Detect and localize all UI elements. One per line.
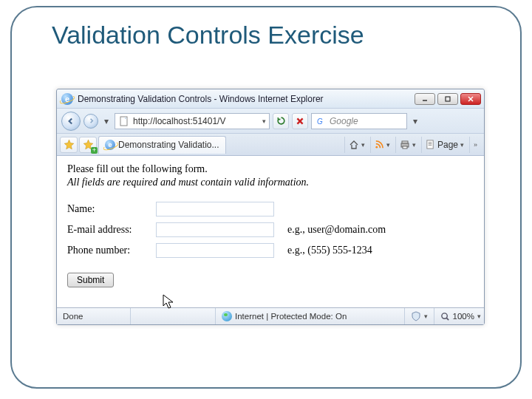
- svg-text:G: G: [317, 117, 323, 126]
- svg-rect-12: [403, 146, 407, 149]
- nav-history-dropdown[interactable]: ▾: [101, 114, 112, 129]
- page-menu-button[interactable]: Page ▾: [421, 137, 468, 153]
- navigation-bar: ▾ http://localhost:51401/V ▾ G Google ▾: [57, 109, 484, 134]
- stop-button[interactable]: [292, 113, 308, 129]
- tab-favicon: e: [105, 140, 115, 150]
- chevron-down-icon: ▾: [386, 141, 390, 149]
- tab-title: Demonstrating Validatio...: [118, 140, 219, 150]
- refresh-button[interactable]: [273, 113, 289, 129]
- minimize-button[interactable]: [415, 93, 435, 105]
- search-box[interactable]: G Google: [311, 113, 407, 129]
- url-text: http://localhost:51401/V: [133, 116, 259, 126]
- plus-icon: +: [91, 147, 98, 154]
- address-bar[interactable]: http://localhost:51401/V ▾: [115, 113, 270, 129]
- slide-title: Validation Controls Exercise: [52, 21, 364, 50]
- window-titlebar: e Demonstrating Validation Controls - Wi…: [57, 89, 484, 109]
- favorites-button[interactable]: [60, 137, 78, 153]
- svg-rect-13: [427, 140, 433, 149]
- close-button[interactable]: [460, 93, 481, 105]
- page-content: Please fill out the following form. All …: [57, 156, 484, 308]
- forward-button[interactable]: [83, 114, 98, 129]
- tab-bar: + e Demonstrating Validatio... ▾ ▾ ▾ Pa: [57, 134, 484, 156]
- chevron-down-icon: ▾: [477, 313, 481, 320]
- print-button[interactable]: ▾: [395, 137, 420, 153]
- status-zone-text: Internet | Protected Mode: On: [235, 312, 347, 321]
- phone-label: Phone number:: [67, 245, 156, 256]
- security-status[interactable]: ▾: [405, 308, 434, 324]
- slide-frame: Validation Controls Exercise e Demonstra…: [10, 6, 522, 389]
- add-favorite-button[interactable]: +: [79, 137, 97, 153]
- phone-hint: e.g., (555) 555-1234: [287, 245, 372, 256]
- name-input[interactable]: [156, 202, 274, 216]
- status-empty: [131, 308, 216, 324]
- zoom-control[interactable]: 100% ▾: [434, 308, 484, 324]
- svg-point-9: [375, 146, 378, 149]
- chevrons-icon: »: [474, 141, 477, 149]
- submit-button[interactable]: Submit: [67, 273, 114, 287]
- email-input[interactable]: [156, 222, 274, 237]
- ie-window: e Demonstrating Validation Controls - Wi…: [56, 89, 485, 325]
- instruction-sub: All fields are required and must contain…: [67, 177, 474, 188]
- email-label: E-mail address:: [67, 224, 156, 236]
- svg-point-17: [441, 313, 446, 318]
- maximize-button[interactable]: [437, 93, 458, 105]
- page-menu-label: Page: [437, 140, 458, 150]
- email-hint: e.g., user@domain.com: [287, 224, 386, 236]
- address-dropdown-icon[interactable]: ▾: [262, 117, 266, 125]
- status-done: Done: [57, 308, 131, 324]
- status-zone: Internet | Protected Mode: On: [216, 308, 405, 324]
- zoom-value: 100%: [453, 312, 474, 321]
- page-icon: [118, 115, 130, 127]
- home-button[interactable]: ▾: [344, 137, 369, 153]
- instruction-main: Please fill out the following form.: [67, 163, 474, 175]
- magnifier-icon: [440, 312, 450, 321]
- name-label: Name:: [67, 203, 156, 215]
- status-bar: Done Internet | Protected Mode: On ▾ 100…: [57, 308, 484, 324]
- ie-logo-icon: e: [61, 93, 73, 105]
- active-tab[interactable]: e Demonstrating Validatio...: [98, 136, 226, 154]
- shield-icon: [411, 311, 421, 321]
- search-dropdown[interactable]: ▾: [410, 114, 420, 129]
- back-button[interactable]: [61, 112, 81, 131]
- chevron-down-icon: ▾: [412, 141, 416, 149]
- feeds-button[interactable]: ▾: [370, 137, 394, 153]
- svg-line-18: [446, 318, 449, 320]
- chevron-down-icon: ▾: [424, 313, 428, 320]
- phone-input[interactable]: [156, 243, 274, 258]
- toolbar-overflow-button[interactable]: »: [469, 137, 481, 153]
- chevron-down-icon: ▾: [460, 141, 464, 149]
- search-provider-icon: G: [315, 115, 327, 127]
- chevron-down-icon: ▾: [361, 141, 365, 149]
- svg-rect-1: [446, 97, 450, 101]
- search-placeholder: Google: [330, 116, 358, 126]
- internet-zone-icon: [222, 311, 232, 321]
- window-title: Demonstrating Validation Controls - Wind…: [78, 94, 415, 104]
